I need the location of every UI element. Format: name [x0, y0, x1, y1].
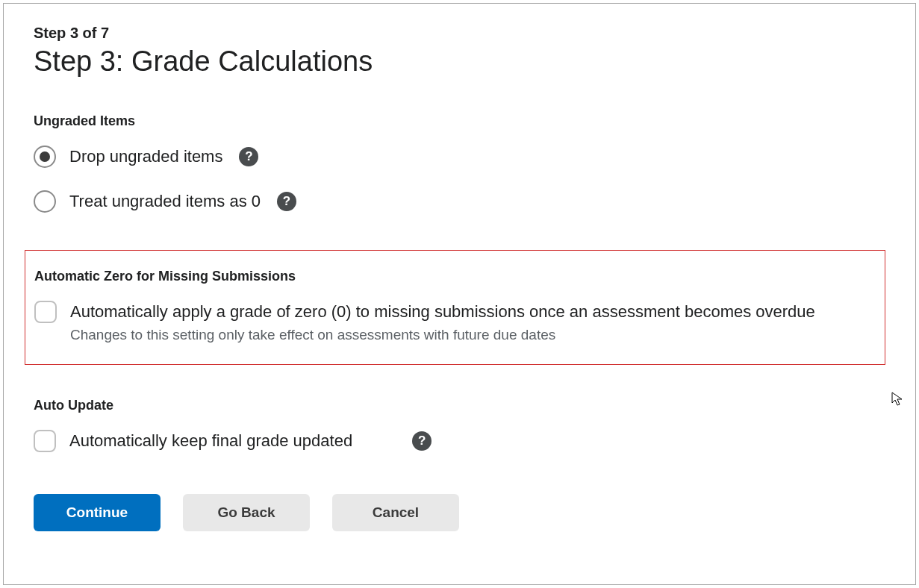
auto-update-checkbox[interactable] [34, 430, 56, 452]
radio-treat-as-zero-label: Treat ungraded items as 0 [69, 192, 261, 211]
automatic-zero-text-block: Automatically apply a grade of zero (0) … [70, 301, 815, 344]
automatic-zero-section: Automatic Zero for Missing Submissions A… [25, 250, 885, 366]
automatic-zero-row: Automatically apply a grade of zero (0) … [34, 301, 876, 344]
button-row: Continue Go Back Cancel [34, 494, 885, 531]
automatic-zero-hint: Changes to this setting only take effect… [70, 327, 815, 343]
auto-update-row: Automatically keep final grade updated ? [34, 430, 885, 452]
radio-drop-ungraded-label: Drop ungraded items [69, 147, 222, 166]
go-back-button[interactable]: Go Back [183, 494, 310, 531]
automatic-zero-heading: Automatic Zero for Missing Submissions [34, 269, 876, 284]
radio-drop-ungraded[interactable] [34, 146, 56, 168]
radio-row-treat-as-zero: Treat ungraded items as 0 ? [34, 190, 885, 213]
radio-treat-as-zero[interactable] [34, 190, 56, 213]
ungraded-items-section: Ungraded Items Drop ungraded items ? Tre… [34, 113, 885, 213]
auto-update-label: Automatically keep final grade updated [69, 431, 352, 451]
automatic-zero-checkbox[interactable] [34, 301, 57, 323]
step-indicator: Step 3 of 7 [34, 25, 885, 42]
cursor-icon [891, 392, 903, 407]
wizard-panel: Step 3 of 7 Step 3: Grade Calculations U… [3, 3, 916, 585]
auto-update-section: Auto Update Automatically keep final gra… [34, 398, 885, 452]
help-icon[interactable]: ? [412, 431, 432, 451]
ungraded-items-heading: Ungraded Items [34, 113, 885, 129]
help-icon[interactable]: ? [277, 192, 296, 211]
page-title: Step 3: Grade Calculations [34, 46, 885, 78]
help-icon[interactable]: ? [239, 147, 258, 166]
radio-row-drop-ungraded: Drop ungraded items ? [34, 146, 885, 168]
ungraded-items-radio-group: Drop ungraded items ? Treat ungraded ite… [34, 146, 885, 213]
auto-update-heading: Auto Update [34, 398, 885, 413]
continue-button[interactable]: Continue [34, 494, 161, 531]
automatic-zero-label: Automatically apply a grade of zero (0) … [70, 301, 815, 323]
cancel-button[interactable]: Cancel [332, 494, 459, 531]
